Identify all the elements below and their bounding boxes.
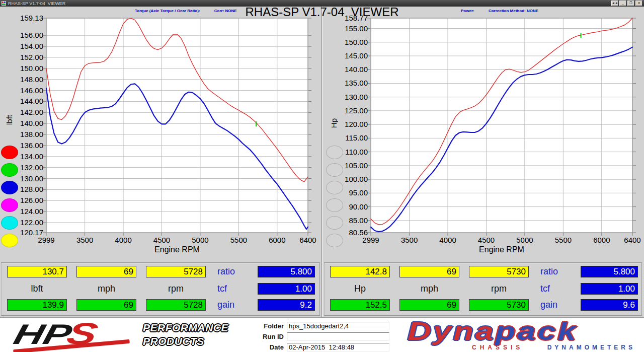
- x-axis-tick-label: 6000: [269, 236, 285, 244]
- products-line: PRODUCTS: [143, 334, 228, 348]
- x-axis-tick-label: 4000: [439, 236, 456, 244]
- power-caption: Power: Correction Method: NONE: [461, 9, 538, 13]
- y-axis-tick-label: 122.00: [20, 218, 43, 227]
- gain-value: 9.6: [581, 299, 638, 311]
- torque-caption-label: Torque (Axle Torque / Gear Ratio):: [135, 9, 200, 13]
- power-readout-panel: 142.8 69 5730 Hp mph rpm 152.5 69 5730 r…: [324, 262, 642, 316]
- y-axis-tick-label: 128.00: [20, 185, 43, 194]
- power-corrected-curve: [371, 18, 632, 225]
- y-axis-tick-label: 110.00: [345, 148, 368, 157]
- torque-plot-area[interactable]: [46, 18, 308, 233]
- window-title: RHAS-SP V1.7-04 VIEWER: [8, 1, 611, 6]
- peak-rpm-value: 5728: [146, 299, 206, 311]
- dynapack-chassis-label: CHASSIS: [472, 344, 523, 351]
- curve-color-button[interactable]: [1, 146, 18, 159]
- y-axis-tick-label: 144.00: [20, 97, 43, 106]
- footer-bar: HPS PERFORMANCE PRODUCTS Folder Run ID D…: [0, 317, 644, 352]
- x-axis-tick-label: 5000: [516, 236, 533, 244]
- y-axis-tick-label: 150.00: [345, 38, 368, 47]
- power-measured-curve: [371, 47, 632, 232]
- peak-rpm-value: 5730: [469, 299, 529, 311]
- power-plot-area[interactable]: [371, 18, 632, 233]
- window-pin-button[interactable]: ◄◄: [611, 1, 618, 6]
- curve-color-button[interactable]: [1, 216, 18, 230]
- y-axis-tick-label: 154.00: [20, 42, 43, 51]
- dynapack-word-pack: pack: [496, 317, 578, 345]
- y-axis-tick-label: 140.00: [345, 65, 368, 74]
- rpm-unit-label: rpm: [146, 283, 206, 295]
- x-axis-tick-label: 5500: [555, 236, 572, 244]
- ratio-label: ratio: [217, 266, 235, 277]
- run-info-fields: Folder Run ID Date: [251, 322, 389, 352]
- y-axis-tick-label: 130.00: [345, 93, 368, 102]
- torque-corrected-curve: [46, 18, 308, 182]
- curve-color-button[interactable]: [1, 234, 18, 247]
- window-controls: ◄◄ _ ❐ ✕: [611, 1, 642, 6]
- performance-line: PERFORMANCE: [143, 321, 228, 334]
- y-axis-tick-label: 158.77: [345, 14, 368, 23]
- x-axis-tick-label: 6400: [624, 236, 640, 244]
- y-axis-tick-label: 159.13: [20, 14, 43, 23]
- cursor-power-value: 142.8: [330, 266, 390, 277]
- torque-correction-label: Corr: NONE: [214, 9, 237, 13]
- y-axis-tick-label: 142.00: [20, 108, 43, 117]
- cursor-rpm-value: 5728: [146, 266, 206, 277]
- dynapack-logo: Dynapack CHASSIS DYNAMOMETERS: [408, 318, 538, 344]
- run-id-label: Run ID: [251, 333, 284, 340]
- window-close-button[interactable]: ✕: [635, 1, 642, 6]
- run-id-input[interactable]: [287, 332, 389, 341]
- ratio-value: 5.800: [581, 266, 638, 277]
- folder-input[interactable]: [287, 322, 389, 330]
- window-minimize-button[interactable]: _: [619, 1, 626, 6]
- torque-chart-panel: Torque (Axle Torque / Gear Ratio): Corr:…: [0, 7, 321, 317]
- peak-speed-value: 69: [399, 299, 459, 311]
- power-curve-buttons: [326, 146, 343, 251]
- y-axis-tick-label: 80.56: [349, 228, 368, 237]
- y-axis-tick-label: 148.00: [20, 75, 43, 84]
- window-maximize-button[interactable]: ❐: [627, 1, 634, 6]
- y-axis-tick-label: 146.00: [20, 86, 43, 95]
- torque-unit-label: lbft: [7, 283, 67, 295]
- peak-speed-value: 69: [76, 299, 136, 311]
- y-axis-tick-label: 135.00: [345, 79, 368, 88]
- dynapack-subtitle: CHASSIS DYNAMOMETERS: [408, 344, 635, 351]
- tcf-label: tcf: [540, 283, 550, 295]
- y-axis-tick-label: 130.00: [20, 174, 43, 183]
- gain-label: gain: [217, 299, 234, 311]
- peak-power-value: 152.5: [330, 299, 390, 311]
- client-area: RHAS-SP V1.7-04 VIEWER Torque (Axle Torq…: [0, 7, 644, 352]
- power-x-axis: 29993500400045005000550060006400: [371, 236, 632, 245]
- y-axis-tick-label: 140.00: [20, 119, 43, 128]
- x-axis-tick-label: 6400: [299, 236, 316, 244]
- curve-color-button-inactive[interactable]: [326, 181, 343, 194]
- y-axis-tick-label: 138.00: [20, 130, 43, 139]
- power-unit-label: Hp: [330, 283, 390, 295]
- power-x-axis-title: Engine RPM: [371, 245, 632, 254]
- y-axis-tick-label: 120.00: [345, 120, 368, 129]
- tcf-value: 1.00: [581, 283, 638, 295]
- window-titlebar: RHAS-SP V1.7-04 VIEWER ◄◄ _ ❐ ✕: [0, 0, 644, 7]
- torque-readout-panel: 130.7 69 5728 lbft mph rpm 139.9 69 5728…: [1, 262, 320, 316]
- y-axis-tick-label: 105.00: [345, 161, 368, 170]
- peak-torque-value: 139.9: [7, 299, 67, 311]
- torque-curve-buttons: [1, 146, 18, 251]
- date-label: Date: [251, 343, 284, 351]
- torque-caption: Torque (Axle Torque / Gear Ratio): Corr:…: [135, 9, 237, 13]
- date-input[interactable]: [287, 343, 389, 351]
- gain-value: 9.2: [258, 299, 315, 311]
- curve-color-button-inactive[interactable]: [326, 163, 343, 177]
- tcf-label: tcf: [217, 283, 227, 295]
- curve-color-button-inactive[interactable]: [326, 146, 343, 159]
- curve-color-button[interactable]: [1, 181, 18, 194]
- y-axis-tick-label: 136.00: [20, 141, 43, 150]
- x-axis-tick-label: 3500: [401, 236, 418, 244]
- curve-color-button[interactable]: [1, 163, 18, 177]
- cursor-speed-value: 69: [76, 266, 136, 277]
- app-icon: [2, 1, 6, 6]
- y-axis-tick-label: 132.00: [20, 163, 43, 172]
- curve-color-button-inactive[interactable]: [326, 234, 343, 247]
- curve-color-button[interactable]: [1, 198, 18, 212]
- curve-color-button-inactive[interactable]: [326, 198, 343, 212]
- curve-color-button-inactive[interactable]: [326, 216, 343, 230]
- x-axis-tick-label: 4000: [115, 236, 131, 244]
